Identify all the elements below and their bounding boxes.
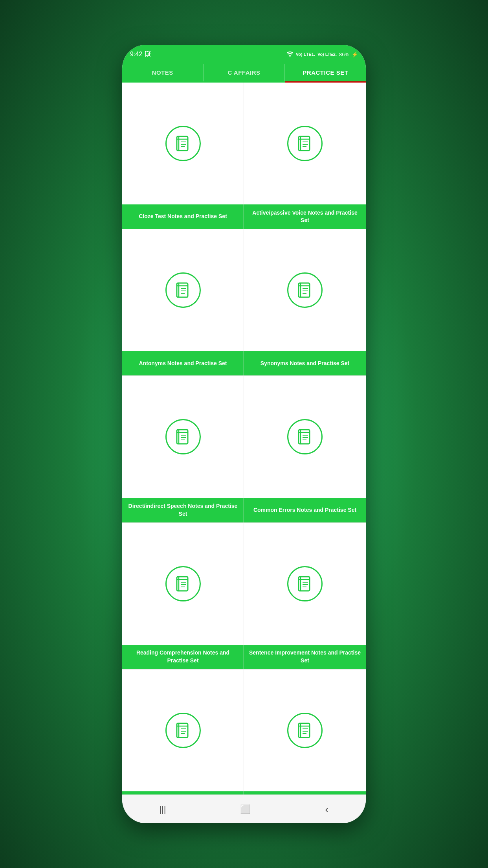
item-label: Active/passive Voice Notes and Practise … [244, 204, 366, 229]
item-label: Cloze Test Notes and Practise Set [122, 204, 244, 229]
battery-icon: ⚡ [352, 51, 358, 57]
book-icon-circle [287, 126, 323, 161]
status-bar: 9:42 🖼 Vo) LTE1. Vo) LTE2. 86% ⚡ [122, 45, 366, 64]
list-item[interactable]: Sentence Improvement Notes and Practise … [244, 523, 366, 669]
list-item[interactable]: Synonyms Notes and Practise Set [244, 229, 366, 376]
item-label: Reading Comprehension Notes and Practise… [122, 645, 244, 669]
item-label: Sentence Improvement Notes and Practise … [244, 645, 366, 669]
tab-notes[interactable]: NOTES [122, 64, 203, 81]
icon-area [244, 83, 366, 204]
content-grid: Cloze Test Notes and Practise Set A [122, 83, 366, 795]
lte1-icon: Vo) LTE1. [296, 52, 315, 57]
battery-display: 86% [339, 51, 349, 57]
icon-area [244, 376, 366, 498]
tab-current-affairs[interactable]: C AFFAIRS [204, 64, 284, 81]
svg-point-0 [289, 55, 291, 57]
item-label: Direct/indirect Speech Notes and Practis… [122, 498, 244, 522]
list-item[interactable]: Direct/indirect Speech Notes and Practis… [122, 376, 244, 522]
item-label: Antonyms Notes and Practise Set [122, 351, 244, 375]
list-item[interactable] [122, 669, 244, 795]
gallery-icon: 🖼 [145, 51, 151, 58]
icon-area [122, 376, 244, 498]
recent-apps-button[interactable]: ||| [147, 800, 178, 818]
list-item[interactable]: Common Errors Notes and Practise Set [244, 376, 366, 522]
list-item[interactable]: Active/passive Voice Notes and Practise … [244, 83, 366, 229]
tab-bar: NOTES C AFFAIRS PRACTICE SET [122, 64, 366, 83]
phone-shell: 9:42 🖼 Vo) LTE1. Vo) LTE2. 86% ⚡ NOTES C… [122, 45, 366, 823]
book-icon-circle [165, 419, 201, 454]
status-left: 9:42 🖼 [130, 51, 151, 58]
book-icon-circle [287, 566, 323, 601]
icon-area [122, 523, 244, 645]
item-label: Synonyms Notes and Practise Set [244, 351, 366, 375]
list-item[interactable]: Reading Comprehension Notes and Practise… [122, 523, 244, 669]
icon-area [122, 83, 244, 204]
item-label: Common Errors Notes and Practise Set [244, 498, 366, 522]
book-icon-circle [165, 566, 201, 601]
tab-practice-set[interactable]: PRACTICE SET [285, 64, 366, 81]
icon-area [244, 669, 366, 791]
book-icon-circle [287, 419, 323, 454]
list-item[interactable]: Cloze Test Notes and Practise Set [122, 83, 244, 229]
icon-area [122, 669, 244, 791]
item-label [122, 791, 244, 794]
icon-area [244, 523, 366, 645]
back-button[interactable]: ‹ [313, 799, 340, 820]
home-button[interactable]: ⬜ [228, 800, 262, 818]
book-icon-circle [287, 713, 323, 748]
list-item[interactable]: Antonyms Notes and Practise Set [122, 229, 244, 376]
list-item[interactable] [244, 669, 366, 795]
item-label [244, 791, 366, 794]
bottom-navigation: ||| ⬜ ‹ [122, 795, 366, 823]
icon-area [244, 229, 366, 351]
lte2-icon: Vo) LTE2. [317, 52, 337, 57]
icon-area [122, 229, 244, 351]
book-icon-circle [165, 713, 201, 748]
wifi-icon [286, 51, 294, 58]
book-icon-circle [287, 272, 323, 308]
book-icon-circle [165, 126, 201, 161]
book-icon-circle [165, 272, 201, 308]
time-display: 9:42 [130, 51, 142, 58]
status-right: Vo) LTE1. Vo) LTE2. 86% ⚡ [286, 51, 358, 58]
